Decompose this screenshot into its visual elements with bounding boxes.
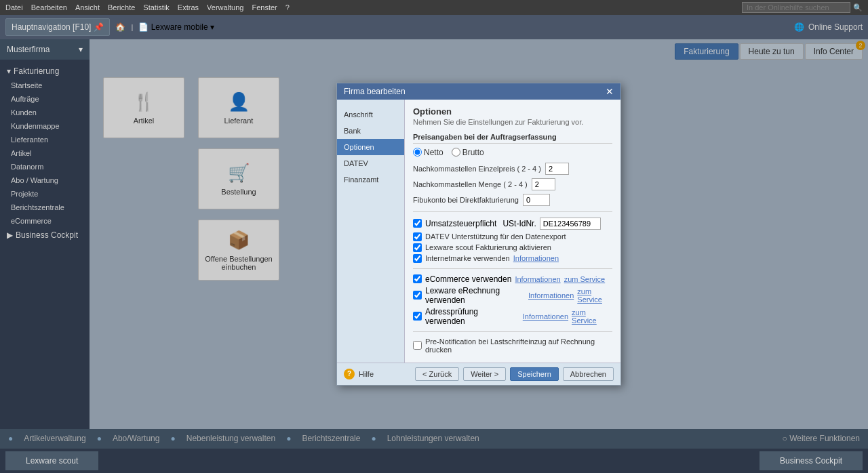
btn-save[interactable]: Speichern bbox=[510, 367, 559, 381]
input-ustid[interactable] bbox=[540, 218, 601, 230]
dialog-nav: Anschrift Bank Optionen DATEV Finanzamt bbox=[337, 100, 405, 363]
nav-item-datev[interactable]: DATEV bbox=[337, 155, 404, 171]
content-area: Musterfirma ▾ ▾ Fakturierung Startseite … bbox=[0, 39, 868, 429]
bottom-item-berichtszentrale[interactable]: Berichtszentrale bbox=[302, 434, 360, 443]
link-internetmarke-info[interactable]: Informationen bbox=[513, 254, 559, 262]
bottom-item-artikelverwaltung[interactable]: Artikelverwaltung bbox=[24, 434, 85, 443]
link-erechnung-info[interactable]: Informationen bbox=[528, 291, 574, 300]
bullet-4: ● bbox=[286, 434, 291, 443]
checkbox-lexware-scout[interactable] bbox=[413, 243, 422, 252]
weitere-funktionen[interactable]: ○ Weitere Funktionen bbox=[783, 434, 860, 443]
main-area: Fakturierung Heute zu tun Info Center 2 … bbox=[90, 39, 868, 429]
row-nachkommastellen-menge: Nachkommastellen Menge ( 2 - 4 ) bbox=[413, 178, 612, 190]
circle-icon: ○ bbox=[783, 434, 787, 443]
radio-brutto[interactable] bbox=[452, 148, 460, 157]
sidebar-item-datanorm[interactable]: Datanorm bbox=[0, 160, 90, 173]
toolbar: Hauptnavigation [F10] 📌 🏠 | 📄 Lexware mo… bbox=[0, 15, 868, 39]
radio-preis-type: Netto Brutto bbox=[413, 148, 612, 157]
label-nachkommastellen-einzelpreis: Nachkommastellen Einzelpreis ( 2 - 4 ) bbox=[413, 165, 541, 173]
online-icon: 🌐 bbox=[794, 22, 804, 32]
radio-brutto-label[interactable]: Brutto bbox=[452, 148, 484, 157]
sidebar-item-auftraege[interactable]: Aufträge bbox=[0, 92, 90, 106]
input-nachkommastellen-einzelpreis[interactable] bbox=[545, 163, 569, 175]
radio-netto[interactable] bbox=[413, 148, 422, 157]
input-fibukonto[interactable] bbox=[523, 194, 550, 206]
sidebar-section-fakturierung[interactable]: ▾ Fakturierung bbox=[0, 64, 90, 79]
sidebar-item-startseite[interactable]: Startseite bbox=[0, 79, 90, 92]
nav-item-finanzamt[interactable]: Finanzamt bbox=[337, 171, 404, 188]
link-ecommerce-service[interactable]: zum Service bbox=[564, 275, 606, 283]
label-pre-notification: Pre-Notification bei Lastschrifteinzug a… bbox=[425, 337, 612, 354]
dialog-close-button[interactable]: ✕ bbox=[606, 87, 614, 96]
sidebar-item-business-cockpit[interactable]: ▶ Business Cockpit bbox=[0, 228, 90, 243]
bullet-5: ● bbox=[371, 434, 376, 443]
pin-icon: 📌 bbox=[94, 22, 104, 32]
checkbox-adresspruefung[interactable] bbox=[413, 312, 422, 321]
dialog-content-subtitle: Nehmen Sie die Einstellungen zur Fakturi… bbox=[413, 118, 612, 126]
link-adresspruefung-info[interactable]: Informationen bbox=[523, 312, 568, 321]
bottom-item-abo[interactable]: Abo/Wartung bbox=[113, 434, 160, 443]
menu-help[interactable]: ? bbox=[285, 3, 290, 12]
link-erechnung-service[interactable]: zum Service bbox=[577, 287, 612, 304]
online-support-label[interactable]: Online Support bbox=[808, 22, 863, 32]
company-selector[interactable]: Musterfirma ▾ bbox=[0, 39, 90, 60]
row-internetmarke: Internetmarke verwenden Informationen bbox=[413, 254, 612, 263]
sidebar-item-berichtszentrale[interactable]: Berichtszentrale bbox=[0, 201, 90, 214]
nav-label: Hauptnavigation [F10] bbox=[12, 22, 91, 32]
sidebar-item-abo-wartung[interactable]: Abo / Wartung bbox=[0, 173, 90, 187]
sidebar-item-ecommerce[interactable]: eCommerce bbox=[0, 214, 90, 228]
nav-item-anschrift[interactable]: Anschrift bbox=[337, 106, 404, 123]
checkbox-umsatzsteuerpflicht[interactable] bbox=[413, 219, 422, 228]
sidebar: Musterfirma ▾ ▾ Fakturierung Startseite … bbox=[0, 39, 90, 429]
label-internetmarke: Internetmarke verwenden bbox=[425, 254, 510, 262]
section-preisangaben: Preisangaben bei der Auftragserfassung bbox=[413, 133, 612, 144]
menu-extras[interactable]: Extras bbox=[178, 3, 199, 12]
radio-netto-label[interactable]: Netto bbox=[413, 148, 443, 157]
menu-bearbeiten[interactable]: Bearbeiten bbox=[31, 3, 67, 12]
bottom-bar: ● Artikelverwaltung ● Abo/Wartung ● Nebe… bbox=[0, 429, 868, 449]
home-icon[interactable]: 🏠 bbox=[115, 22, 125, 32]
arrow-icon: ▶ bbox=[7, 230, 13, 240]
business-cockpit-button[interactable]: Business Cockpit bbox=[760, 451, 863, 470]
search-icon[interactable]: 🔍 bbox=[853, 3, 863, 12]
breadcrumb-lexware[interactable]: 📄 Lexware mobile ▾ bbox=[138, 22, 214, 32]
checkbox-datev[interactable] bbox=[413, 232, 422, 241]
menu-berichte[interactable]: Berichte bbox=[108, 3, 135, 12]
checkbox-pre-notification[interactable] bbox=[413, 341, 422, 350]
search-area: 🔍 bbox=[742, 2, 863, 13]
menu-statistik[interactable]: Statistik bbox=[143, 3, 170, 12]
doc-icon: 📄 bbox=[138, 22, 149, 32]
menu-ansicht[interactable]: Ansicht bbox=[75, 3, 100, 12]
row-lexware-scout: Lexware scout Fakturierung aktivieren bbox=[413, 243, 612, 252]
sidebar-item-kundenmappe[interactable]: Kundenmappe bbox=[0, 119, 90, 133]
btn-next[interactable]: Weiter > bbox=[463, 367, 506, 381]
btn-back[interactable]: < Zurück bbox=[415, 367, 459, 381]
sidebar-item-kunden[interactable]: Kunden bbox=[0, 106, 90, 119]
link-adresspruefung-service[interactable]: zum Service bbox=[572, 308, 612, 325]
input-nachkommastellen-menge[interactable] bbox=[532, 178, 555, 190]
lexware-scout-button[interactable]: Lexware scout bbox=[5, 451, 98, 470]
hauptnavigation-button[interactable]: Hauptnavigation [F10] 📌 bbox=[5, 18, 110, 36]
nav-item-bank[interactable]: Bank bbox=[337, 123, 404, 139]
bottom-item-nebenleistung[interactable]: Nebenleistung verwalten bbox=[186, 434, 275, 443]
sidebar-item-projekte[interactable]: Projekte bbox=[0, 187, 90, 201]
checkbox-internetmarke[interactable] bbox=[413, 254, 422, 263]
btn-cancel[interactable]: Abbrechen bbox=[563, 367, 614, 381]
bottom-item-lohnleistungen[interactable]: Lohnleistungen verwalten bbox=[387, 434, 479, 443]
checkbox-ecommerce[interactable] bbox=[413, 274, 422, 283]
checkbox-erechnung[interactable] bbox=[413, 291, 422, 300]
label-datev: DATEV Unterstützung für den Datenexport bbox=[425, 232, 566, 241]
link-ecommerce-info[interactable]: Informationen bbox=[515, 275, 560, 283]
menu-fenster[interactable]: Fenster bbox=[252, 3, 277, 12]
bullet-3: ● bbox=[170, 434, 175, 443]
search-input[interactable] bbox=[742, 2, 850, 13]
menu-verwaltung[interactable]: Verwaltung bbox=[207, 3, 243, 12]
chevron-icon: ▾ bbox=[7, 66, 11, 76]
nav-item-optionen[interactable]: Optionen bbox=[337, 139, 404, 155]
sidebar-item-artikel[interactable]: Artikel bbox=[0, 146, 90, 160]
sidebar-item-lieferanten[interactable]: Lieferanten bbox=[0, 133, 90, 146]
menu-datei[interactable]: Datei bbox=[5, 3, 23, 12]
dialog-body: Anschrift Bank Optionen DATEV Finanzamt … bbox=[337, 100, 620, 363]
help-label[interactable]: Hilfe bbox=[359, 370, 374, 378]
firma-bearbeiten-dialog: Firma bearbeiten ✕ Anschrift Bank Option… bbox=[336, 83, 621, 386]
